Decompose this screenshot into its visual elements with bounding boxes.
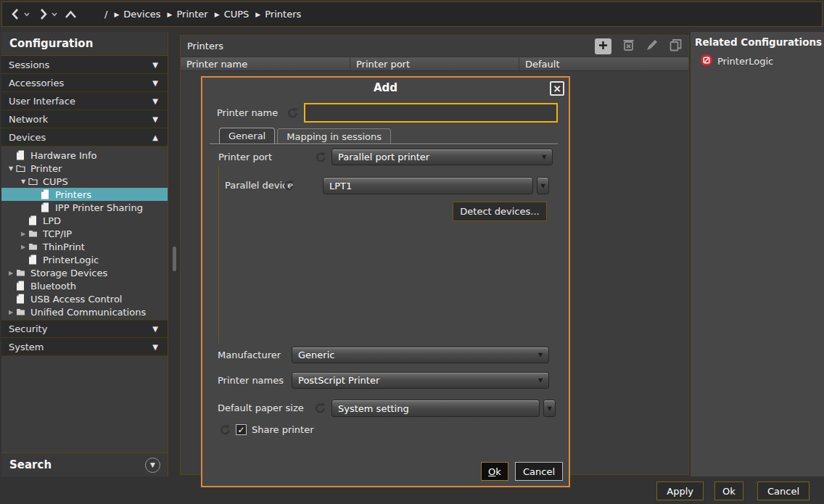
tab-separator-line — [210, 144, 558, 145]
column-header-default[interactable]: Default — [519, 57, 688, 70]
share-printer-checkbox[interactable]: ✓ — [236, 424, 247, 435]
tree-item-lpd[interactable]: LPD — [1, 214, 168, 227]
copy-printer-button[interactable] — [670, 38, 682, 54]
reset-icon[interactable] — [283, 180, 295, 191]
ok-label: Ok — [722, 486, 736, 497]
breadcrumb-root[interactable]: / — [104, 9, 107, 20]
parallel-device-combobox[interactable]: LPT1 — [323, 177, 533, 194]
tree-item-thinprint[interactable]: ▶ ThinPrint — [1, 240, 168, 253]
forward-button[interactable] — [37, 8, 57, 20]
back-button[interactable] — [9, 8, 30, 20]
dialog-cancel-button[interactable]: Cancel — [515, 462, 563, 481]
tree-item-storage-devices[interactable]: ▶ Storage Devices — [1, 266, 168, 279]
sidebar-section-accessories[interactable]: Accessories ▼ — [1, 74, 168, 92]
tree-item-cups[interactable]: ▼ CUPS — [1, 175, 168, 188]
reset-icon[interactable] — [287, 107, 299, 119]
sidebar-section-user-interface[interactable]: User Interface ▼ — [1, 92, 168, 110]
forward-history-chevron-icon[interactable] — [52, 12, 57, 17]
expander-open-icon[interactable]: ▼ — [6, 165, 16, 172]
delete-printer-button[interactable] — [622, 38, 635, 54]
chevron-down-icon: ▼ — [152, 79, 158, 87]
parallel-device-dropdown-button[interactable]: ▼ — [537, 177, 549, 194]
tree-item-tcpip[interactable]: ▶ TCP/IP — [1, 227, 168, 240]
search-section[interactable]: Search ▼ — [1, 453, 168, 476]
tree-item-label: LPD — [43, 215, 61, 226]
sidebar-section-network[interactable]: Network ▼ — [1, 110, 168, 128]
sidebar-section-devices[interactable]: Devices ▲ — [1, 128, 168, 146]
breadcrumb-printer[interactable]: ▶ Printer — [168, 9, 208, 20]
tree-item-label: Printers — [55, 189, 91, 200]
document-icon — [16, 281, 25, 291]
section-label: Sessions — [9, 59, 49, 70]
reset-icon[interactable] — [314, 402, 326, 414]
paper-size-dropdown-button[interactable]: ▼ — [543, 400, 556, 417]
splitter-handle-icon[interactable] — [173, 247, 176, 271]
expander-closed-icon[interactable]: ▶ — [18, 244, 28, 250]
ok-button[interactable]: Ok — [714, 482, 743, 500]
tree-item-printerlogic[interactable]: PrinterLogic — [1, 253, 168, 266]
column-header-printer-name[interactable]: Printer name — [181, 57, 350, 70]
column-header-printer-port[interactable]: Printer port — [350, 57, 519, 70]
related-item-printerlogic[interactable]: PrinterLogic — [701, 54, 824, 68]
printer-port-dropdown[interactable]: Parallel port printer ▼ — [331, 149, 553, 165]
breadcrumb-printers[interactable]: ▶ Printers — [255, 9, 301, 20]
detect-devices-button[interactable]: Detect devices... — [453, 202, 547, 221]
chevron-down-icon: ▼ — [532, 347, 548, 363]
add-printer-button[interactable] — [595, 38, 611, 54]
reset-icon[interactable] — [315, 152, 327, 163]
up-button[interactable] — [65, 10, 77, 19]
expander-closed-icon[interactable]: ▶ — [6, 270, 16, 276]
copy-icon — [670, 38, 682, 54]
tree-item-printers-selected[interactable]: Printers — [1, 188, 168, 201]
tree-item-ipp-printer-sharing[interactable]: IPP Printer Sharing — [1, 201, 168, 214]
edit-printer-button[interactable] — [646, 38, 659, 54]
manufacturer-label: Manufacturer — [218, 347, 281, 363]
apply-label: Apply — [667, 486, 693, 497]
manufacturer-value: Generic — [298, 350, 334, 360]
sidebar-section-security[interactable]: Security ▼ — [1, 320, 168, 338]
panel-title: Printers — [187, 41, 223, 51]
manufacturer-dropdown[interactable]: Generic ▼ — [292, 347, 549, 363]
tree-item-unified-communications[interactable]: ▶ Unified Communications — [1, 305, 168, 318]
document-icon — [28, 255, 38, 265]
tree-item-label: Bluetooth — [30, 281, 76, 292]
tree-item-bluetooth[interactable]: Bluetooth — [1, 279, 168, 292]
sidebar-empty-area — [1, 356, 168, 453]
reset-icon[interactable] — [219, 424, 231, 436]
tab-mapping-in-sessions[interactable]: Mapping in sessions — [277, 128, 391, 145]
tree-item-usb-access-control[interactable]: USB Access Control — [1, 292, 168, 305]
breadcrumb-arrow-icon: ▶ — [114, 11, 119, 18]
paper-size-label: Default paper size — [218, 400, 304, 417]
panel-splitter[interactable] — [169, 32, 179, 476]
printerlogic-icon — [701, 54, 712, 68]
breadcrumb-label: Printer — [176, 9, 207, 20]
dialog-titlebar[interactable]: Add × — [202, 78, 569, 99]
expander-open-icon[interactable]: ▼ — [18, 178, 28, 185]
section-label: User Interface — [9, 96, 75, 107]
dialog-ok-button[interactable]: Ok — [481, 462, 508, 481]
document-icon — [16, 294, 25, 304]
section-label: System — [9, 342, 44, 352]
breadcrumb-arrow-icon: ▶ — [168, 11, 173, 18]
expander-closed-icon[interactable]: ▶ — [18, 231, 28, 237]
breadcrumb-cups[interactable]: ▶ CUPS — [215, 9, 250, 20]
printer-names-dropdown[interactable]: PostScript Printer ▼ — [292, 372, 549, 389]
back-history-chevron-icon[interactable] — [24, 12, 30, 17]
tree-item-hardware-info[interactable]: Hardware Info — [1, 149, 168, 162]
close-icon[interactable]: × — [550, 81, 564, 96]
expander-closed-icon[interactable]: ▶ — [6, 309, 16, 315]
cancel-button[interactable]: Cancel — [757, 482, 809, 500]
folder-open-icon — [28, 177, 38, 186]
sidebar-section-system[interactable]: System ▼ — [1, 338, 168, 356]
tab-general[interactable]: General — [219, 128, 275, 145]
apply-button[interactable]: Apply — [656, 482, 704, 500]
tree-item-label: CUPS — [43, 176, 68, 187]
printer-name-input[interactable] — [304, 103, 558, 123]
paper-size-combobox[interactable]: System setting — [331, 400, 540, 417]
search-expand-button[interactable]: ▼ — [145, 458, 160, 473]
breadcrumb-devices[interactable]: ▶ Devices — [114, 9, 160, 20]
tree-item-printer[interactable]: ▼ Printer — [1, 162, 168, 175]
footer-buttons: Apply Ok Cancel — [656, 482, 809, 500]
folder-open-icon — [16, 164, 25, 173]
sidebar-section-sessions[interactable]: Sessions ▼ — [1, 56, 168, 74]
